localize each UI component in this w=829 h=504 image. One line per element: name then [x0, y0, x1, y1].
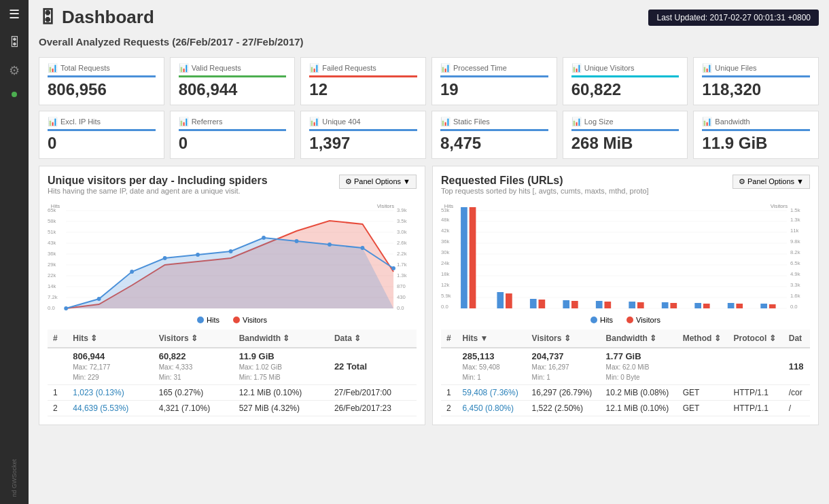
url-summary-v-min: Min: 1	[532, 374, 550, 381]
stat-card-label: 📊 Unique 404	[309, 117, 417, 131]
urls-visitors-dot	[627, 317, 633, 323]
urls-panel-header: Requested Files (URLs) Top requests sort…	[441, 175, 810, 200]
url-col-protocol[interactable]: Protocol ⇕	[728, 329, 783, 348]
stat-card-label: 📊 Log Size	[571, 117, 680, 131]
summary-bandwidth: 11.9 GiB	[239, 351, 275, 361]
visitors-summary-row: 806,944 Max: 72,177 Min: 229 60,822 Max:…	[48, 348, 417, 385]
stat-card-value: 0	[179, 134, 287, 153]
svg-text:48k: 48k	[441, 217, 450, 223]
svg-marker-31	[66, 238, 393, 308]
hits-legend-label: Hits	[207, 316, 219, 324]
bar-visitors-1	[470, 207, 476, 308]
url-col-num[interactable]: #	[441, 329, 457, 348]
table-row: 1 59,408 (7.36%) 16,297 (26.79%) 10.2 Mi…	[441, 385, 810, 401]
svg-text:26/Feb/2: 26/Feb/2	[160, 312, 178, 312]
svg-text:6.5k: 6.5k	[790, 260, 800, 266]
visitors-panel-options[interactable]: ⚙ Panel Options ▼	[339, 175, 417, 189]
stat-card: 📊 Unique Files118,320	[693, 57, 819, 105]
svg-text:8.2k: 8.2k	[790, 249, 800, 255]
svg-text:43k: 43k	[48, 240, 56, 246]
visitors-chart: 65k 58k 51k 43k 36k 29k 22k 14k 7.2k 0.0…	[48, 204, 417, 312]
url-summary-hits: 285,113	[463, 351, 495, 361]
svg-text:GET /s: GET /s	[557, 312, 571, 312]
svg-text:5.9k: 5.9k	[441, 293, 451, 299]
svg-text:0.0: 0.0	[441, 304, 448, 310]
stat-card-value: 8,475	[440, 134, 548, 153]
url-hits-link-1[interactable]: 59,408 (7.36%)	[463, 388, 518, 397]
hits-link-2[interactable]: 44,639 (5.53%)	[73, 403, 128, 413]
svg-text:GET /i: GET /i	[457, 312, 471, 312]
bar-hits-9	[728, 303, 735, 308]
stat-card-label: 📊 Failed Requests	[309, 63, 417, 77]
visitors-legend-dot	[233, 317, 240, 323]
svg-text:36k: 36k	[441, 238, 450, 245]
url-col-bandwidth[interactable]: Bandwidth ⇕	[601, 329, 677, 348]
menu-icon[interactable]: ☰	[9, 7, 20, 22]
svg-text:GET /c: GET /c	[688, 312, 703, 312]
visitors-panel: Unique visitors per day - Including spid…	[39, 166, 425, 425]
bar-visitors-2	[506, 293, 512, 308]
legend-visitors: Visitors	[233, 316, 267, 324]
url-col-hits[interactable]: Hits ▼	[457, 329, 527, 348]
summary-data: 22 Total	[334, 361, 367, 372]
col-bandwidth[interactable]: Bandwidth ⇕	[234, 329, 329, 348]
svg-text:GET /i: GET /i	[655, 312, 669, 312]
col-data[interactable]: Data ⇕	[329, 329, 417, 348]
url-col-visitors[interactable]: Visitors ⇕	[527, 329, 601, 348]
svg-text:11k: 11k	[790, 228, 799, 234]
urls-panel-options[interactable]: ⚙ Panel Options ▼	[733, 175, 810, 189]
bar-hits-3	[530, 299, 537, 308]
summary-hits: 806,944	[73, 351, 105, 361]
stat-card: 📊 Unique 4041,397	[300, 111, 426, 159]
table-row: 1 1,023 (0.13%) 165 (0.27%) 12.1 MiB (0.…	[48, 385, 417, 401]
stat-card-value: 11.9 GiB	[702, 134, 810, 153]
status-dot	[12, 92, 17, 97]
urls-hits-dot	[590, 317, 597, 323]
svg-text:2.6k: 2.6k	[397, 240, 407, 246]
summary-bw-max: Max: 1.02 GiB	[239, 363, 282, 371]
panels-row: Unique visitors per day - Including spid…	[39, 166, 819, 425]
bar-visitors-8	[703, 304, 710, 308]
col-num[interactable]: #	[48, 329, 67, 348]
url-summary-bw-min: Min: 0 Byte	[606, 374, 640, 381]
svg-text:1.3k: 1.3k	[397, 272, 407, 278]
sidebar: ☰ 🎛 ⚙ nd GWSocket	[0, 0, 29, 504]
title-icon: 🎛	[39, 7, 56, 28]
visitors-panel-title: Unique visitors per day - Including spid…	[48, 175, 268, 187]
svg-text:3.9k: 3.9k	[397, 207, 407, 213]
svg-text:51k: 51k	[48, 229, 56, 235]
bar-visitors-10	[769, 304, 776, 308]
svg-text:4.9k: 4.9k	[790, 271, 800, 277]
bar-hits-4	[563, 300, 569, 308]
header: 🎛 Dashboard Last Updated: 2017-02-27 00:…	[39, 7, 819, 28]
url-col-data[interactable]: Dat	[783, 329, 810, 348]
hits-link[interactable]: 1,023 (0.13%)	[73, 388, 124, 397]
settings-icon[interactable]: ⚙	[9, 63, 20, 78]
svg-text:3.5k: 3.5k	[397, 218, 407, 224]
dashboard-icon[interactable]: 🎛	[8, 35, 20, 50]
url-col-method[interactable]: Method ⇕	[677, 329, 728, 348]
urls-chart-svg: 53k 48k 42k 36k 30k 24k 18k 12k 5.9k 0.0…	[441, 204, 810, 312]
col-visitors[interactable]: Visitors ⇕	[154, 329, 234, 348]
svg-text:1.6k: 1.6k	[790, 293, 800, 299]
stat-card-value: 806,944	[179, 80, 287, 99]
svg-text:29k: 29k	[48, 262, 56, 268]
svg-point-40	[328, 242, 332, 247]
url-summary-bw: 1.77 GiB	[606, 351, 641, 361]
svg-point-32	[64, 306, 68, 310]
urls-hits-label: Hits	[600, 316, 613, 324]
urls-summary-row: 285,113 Max: 59,408 Min: 1 204,737 Max: …	[441, 348, 810, 385]
stat-card-label: 📊 Total Requests	[48, 63, 156, 77]
stats-row-1: 📊 Total Requests806,956📊 Valid Requests8…	[39, 57, 819, 105]
url-hits-link-2[interactable]: 6,450 (0.80%)	[463, 403, 514, 413]
svg-text:3.3k: 3.3k	[790, 282, 800, 288]
bar-visitors-6	[637, 302, 644, 308]
svg-point-38	[262, 236, 266, 240]
bar-visitors-9	[736, 304, 743, 308]
svg-text:GET /c: GET /c	[754, 312, 769, 312]
stat-card-value: 268 MiB	[571, 134, 680, 153]
table-row: 2 44,639 (5.53%) 4,321 (7.10%) 527 MiB (…	[48, 401, 417, 416]
bar-hits-2	[497, 292, 504, 308]
col-hits[interactable]: Hits ⇕	[67, 329, 153, 348]
svg-text:7.2k: 7.2k	[48, 294, 58, 300]
